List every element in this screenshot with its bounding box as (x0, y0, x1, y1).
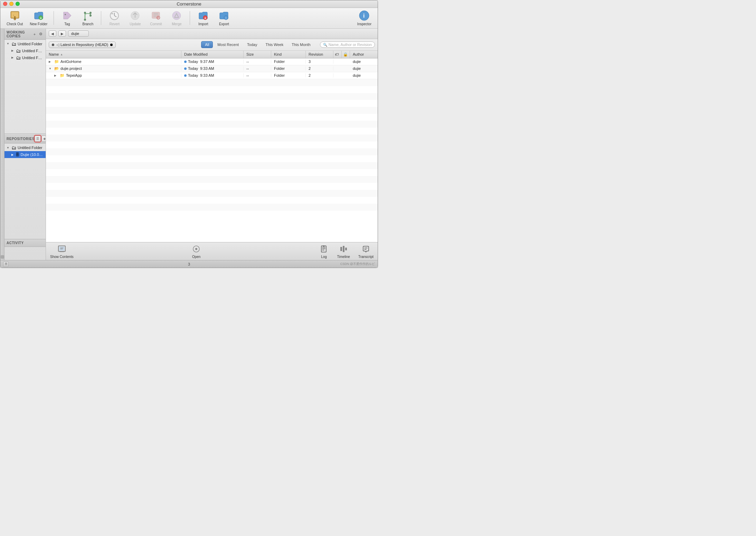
row-name-text-2: TepeiApp (66, 73, 82, 77)
checkout-button[interactable]: ↓ Check Out (4, 9, 26, 27)
wc-item-label-2: Untitled Folder (22, 56, 44, 60)
col-tag[interactable]: 🏷 (333, 51, 342, 58)
new-folder-button[interactable]: + New Folder (27, 9, 50, 27)
timeline-button[interactable]: Timeline (333, 243, 354, 260)
close-button[interactable] (3, 2, 7, 6)
app-window: Cornerstone ↓ Check Out + (0, 0, 378, 268)
row-date-1: Today 9:33 AM (181, 66, 244, 71)
sidebar-toggle-btn[interactable]: ☰ (3, 261, 9, 267)
inspector-icon: i (359, 10, 370, 21)
show-contents-button[interactable]: Show Contents (46, 243, 78, 260)
back-button[interactable]: ◀ (49, 30, 56, 37)
wc-item-0[interactable]: ▼ 🗂 Untitled Folder (4, 40, 46, 47)
inspector-button[interactable]: i Inspector (355, 9, 374, 27)
table-header: Name ▲ Date Modified Size Kind Revision (46, 51, 378, 58)
repo-selector-arrow: ◁ (56, 43, 59, 47)
transcript-button[interactable]: Transcript (354, 243, 378, 260)
repo-item-0[interactable]: ▼ 🗂 Untitled Folder (4, 144, 46, 151)
repos-add-btn[interactable]: + (41, 136, 46, 142)
export-label: Export (219, 22, 229, 26)
working-copies-settings[interactable]: ⚙ (38, 31, 44, 37)
row-name-1: ▼ 📂 dujie.proiject (46, 66, 181, 71)
row-name-text-0: AntGoHome (60, 59, 82, 64)
update-button[interactable]: Update (125, 9, 145, 27)
row-kind-1: Folder (271, 66, 306, 71)
svg-point-11 (89, 15, 92, 17)
working-copies-list: ▼ 🗂 Untitled Folder ▶ 🗂 Untitled Folder … (4, 40, 46, 134)
row-kind-2: Folder (271, 73, 306, 77)
left-edge-bottom-btn[interactable] (1, 255, 4, 259)
wc-item-2[interactable]: ▶ 🗂 Untitled Folder (4, 54, 46, 61)
working-copies-add[interactable]: + (32, 31, 37, 37)
col-author[interactable]: Author (350, 51, 378, 58)
nav-location: dujie (68, 30, 89, 37)
svg-text:+: + (40, 16, 42, 20)
tag-button[interactable]: Tag (57, 9, 77, 27)
svg-rect-34 (323, 246, 324, 247)
row-date-2: Today 9:33 AM (181, 73, 244, 77)
svg-text:↑: ↑ (225, 16, 227, 20)
branch-icon (82, 10, 93, 21)
tag-icon (62, 10, 73, 21)
svg-text:✓: ✓ (158, 17, 160, 20)
content-area: ◀ ▶ dujie ⏺ ◁ Latest in Repository (HEAD… (46, 29, 378, 260)
row-name-2: ▶ 📁 TepeiApp (46, 73, 181, 78)
commit-icon: ✓ (150, 10, 161, 21)
svg-point-21 (172, 11, 181, 20)
col-size[interactable]: Size (244, 51, 271, 58)
row-author-1: dujie (350, 66, 378, 71)
branch-button[interactable]: Branch (78, 9, 97, 27)
col-date[interactable]: Date Modified (181, 51, 244, 58)
table-row[interactable]: ▶ 📁 TepeiApp Today 9:33 AM -- Folder 2 d… (46, 72, 378, 79)
col-kind[interactable]: Kind (271, 51, 306, 58)
filter-tab-all[interactable]: All (201, 41, 213, 48)
main-layout: WORKING COPIES + ⚙ ▼ 🗂 Untitled Folder ▶… (0, 29, 378, 260)
app-title: Cornerstone (177, 1, 201, 7)
maximize-button[interactable] (16, 2, 20, 6)
wc-item-1[interactable]: ▶ 🗂 Untitled Folder (4, 47, 46, 54)
table-row[interactable]: ▼ 📂 dujie.proiject Today 9:33 AM -- Fold… (46, 65, 378, 72)
lock-col-icon: 🔒 (343, 52, 348, 57)
merge-button[interactable]: Merge (167, 9, 186, 27)
repo-selector[interactable]: ⏺ ◁ Latest in Repository (HEAD) ⏺ (49, 41, 116, 48)
import-label: Import (198, 22, 208, 26)
expand-arrow-1: ▶ (11, 49, 15, 52)
repo-label-1: Dujie (10.0.0.108) (21, 153, 44, 157)
svg-point-32 (195, 248, 197, 250)
row-folder-icon-1: 📂 (54, 66, 59, 71)
open-button[interactable]: Open (187, 243, 205, 260)
tag-label: Tag (64, 22, 70, 26)
forward-button[interactable]: ▶ (58, 30, 66, 37)
working-copies-title: WORKING COPIES (7, 30, 32, 38)
repo-item-1[interactable]: ▶ 🗄 Dujie (10.0.0.108) (4, 151, 46, 158)
status-left[interactable]: ☰ (3, 261, 9, 267)
svg-point-8 (84, 19, 86, 21)
log-button[interactable]: Log (315, 243, 333, 260)
left-edge (0, 29, 4, 260)
toolbar-sep-1 (54, 11, 54, 25)
repo-expand-0: ▼ (7, 146, 10, 149)
import-button[interactable]: + Import (193, 9, 213, 27)
filter-tab-week[interactable]: This Week (262, 41, 287, 48)
export-button[interactable]: ↑ Export (214, 9, 234, 27)
revert-button[interactable]: Revert (105, 9, 124, 27)
row-author-2: dujie (350, 73, 378, 77)
col-name[interactable]: Name ▲ (46, 51, 181, 58)
minimize-button[interactable] (9, 2, 13, 6)
filter-tab-recent[interactable]: Most Recent (214, 41, 243, 48)
repos-list-btn[interactable]: ☰ (35, 136, 41, 142)
expand-arrow-2: ▶ (11, 56, 15, 59)
search-box[interactable]: 🔍 Name, Author or Revision (320, 41, 375, 48)
repo-selector-label: Latest in Repository (HEAD) (60, 43, 108, 47)
col-revision[interactable]: Revision (306, 51, 333, 58)
log-label: Log (321, 255, 327, 259)
svg-point-7 (65, 14, 66, 15)
filter-tab-month[interactable]: This Month (288, 41, 314, 48)
col-lock[interactable]: 🔒 (342, 51, 350, 58)
filter-tab-today[interactable]: Today (243, 41, 261, 48)
svg-text:+: + (204, 16, 206, 20)
repo-label-0: Untitled Folder (18, 146, 42, 150)
table-row[interactable]: ▶ 📁 AntGoHome Today 9:37 AM -- Folder 3 … (46, 58, 378, 65)
commit-button[interactable]: ✓ Commit (146, 9, 166, 27)
status-bar: ☰ 3 CSDN @不爱作作的ルビ (0, 260, 378, 268)
